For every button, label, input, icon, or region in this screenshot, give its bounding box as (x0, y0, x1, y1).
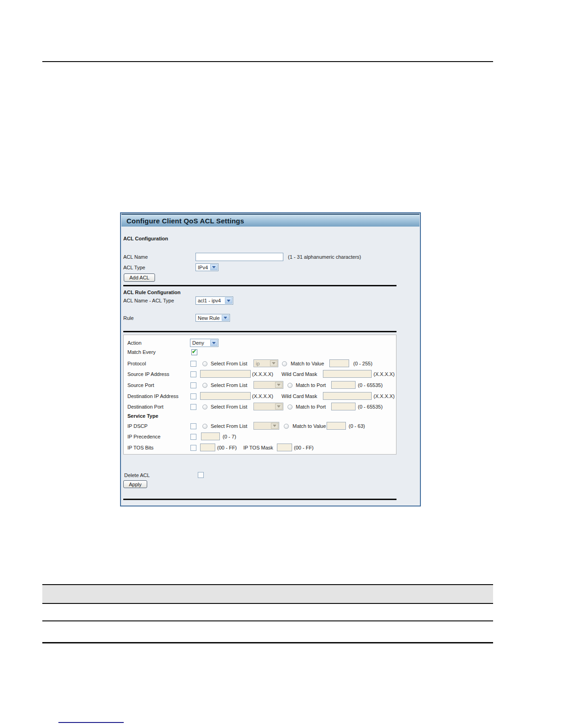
match-to-value-label: Match to Value (293, 423, 326, 429)
ip-dscp-list-radio[interactable] (202, 424, 207, 429)
dest-ip-label: Destination IP Address (127, 393, 178, 399)
section-divider (123, 331, 396, 332)
ip-tos-bits-input (200, 444, 215, 451)
acl-name-hint: (1 - 31 alphanumeric characters) (288, 254, 361, 260)
acl-name-type-select-value: acl1 - ipv4 (198, 298, 221, 303)
select-from-list-label: Select From List (211, 361, 247, 366)
acl-rule-configuration-heading: ACL Rule Configuration (123, 290, 180, 295)
match-every-checkbox[interactable] (191, 349, 197, 355)
chevron-down-icon (210, 340, 218, 346)
footer-link-rule (58, 722, 124, 723)
source-ip-input (200, 370, 251, 378)
select-from-list-label: Select From List (211, 423, 247, 429)
match-every-label: Match Every (127, 349, 155, 355)
page-header-rule (42, 61, 493, 62)
dest-ip-checkbox[interactable] (190, 393, 196, 399)
ip-precedence-label: IP Precedence (127, 434, 161, 439)
rule-label: Rule (123, 315, 134, 321)
table-rule-bottom (42, 642, 493, 643)
panel-title-bar: Configure Client QoS ACL Settings (121, 214, 419, 227)
dest-ip-input (200, 392, 251, 400)
dest-ip-format-hint: (X.X.X.X) (252, 393, 273, 399)
dest-port-checkbox[interactable] (190, 404, 196, 410)
rule-select-value: New Rule (198, 315, 220, 321)
chevron-down-icon (270, 360, 277, 366)
panel-title: Configure Client QoS ACL Settings (126, 217, 244, 225)
ip-dscp-range-hint: (0 - 63) (349, 423, 365, 429)
qos-acl-settings-panel: Configure Client QoS ACL Settings ACL Co… (120, 212, 421, 506)
chevron-down-icon (210, 264, 218, 270)
source-wildcard-format-hint: (X.X.X.X) (373, 371, 395, 377)
action-select[interactable]: Deny (190, 339, 218, 347)
add-acl-button[interactable]: Add ACL (124, 273, 155, 282)
ip-dscp-value-radio[interactable] (284, 424, 289, 429)
ip-dscp-label: IP DSCP (127, 423, 148, 429)
protocol-list-select: ip (253, 359, 278, 367)
acl-configuration-heading: ACL Configuration (123, 236, 168, 241)
dest-port-value-radio[interactable] (287, 404, 293, 410)
ip-tos-mask-input (277, 444, 292, 451)
ip-tos-mask-range-hint: (00 - FF) (294, 445, 314, 450)
select-from-list-label: Select From List (211, 404, 247, 410)
dest-wildcard-label: Wild Card Mask (282, 393, 317, 399)
source-port-value-radio[interactable] (287, 383, 293, 388)
ip-tos-mask-label: IP TOS Mask (243, 445, 273, 450)
dest-port-label: Destination Port (127, 404, 163, 410)
action-select-value: Deny (192, 340, 204, 346)
manual-page: Configure Client QoS ACL Settings ACL Co… (0, 0, 563, 728)
dest-wildcard-format-hint: (X.X.X.X) (373, 393, 395, 399)
dest-port-list-select (253, 403, 283, 410)
acl-name-type-label: ACL Name - ACL Type (123, 298, 174, 303)
protocol-list-radio[interactable] (202, 361, 207, 366)
source-ip-checkbox[interactable] (190, 371, 196, 377)
source-ip-format-hint: (X.X.X.X) (252, 371, 273, 377)
ip-precedence-input (201, 432, 220, 440)
acl-type-label: ACL Type (123, 265, 145, 270)
source-port-checkbox[interactable] (190, 382, 196, 388)
ip-tos-bits-label: IP TOS Bits (127, 445, 154, 450)
source-port-list-radio[interactable] (202, 383, 207, 388)
protocol-range-hint: (0 - 255) (353, 361, 373, 366)
match-to-value-label: Match to Value (291, 361, 324, 366)
section-divider (123, 285, 396, 286)
ip-precedence-checkbox[interactable] (190, 434, 196, 440)
ip-dscp-checkbox[interactable] (190, 423, 196, 429)
select-from-list-label: Select From List (211, 382, 247, 388)
acl-rule-box: Action Deny Match Every Protocol Select … (123, 335, 396, 455)
ip-dscp-list-select (253, 422, 279, 430)
dest-port-list-radio[interactable] (202, 404, 207, 410)
dest-port-value-input (331, 403, 356, 410)
ip-tos-bits-range-hint: (00 - FF) (217, 445, 237, 450)
source-port-value-input (331, 381, 356, 389)
source-wildcard-label: Wild Card Mask (282, 371, 317, 377)
protocol-list-select-value: ip (256, 361, 260, 366)
dest-port-range-hint: (0 - 65535) (358, 404, 383, 410)
chevron-down-icon (271, 423, 278, 429)
chevron-down-icon (222, 315, 229, 321)
acl-name-input[interactable] (195, 253, 283, 261)
acl-type-select[interactable]: IPv4 (195, 263, 218, 271)
source-port-range-hint: (0 - 65535) (358, 382, 383, 388)
acl-type-select-value: IPv4 (198, 265, 208, 270)
action-label: Action (127, 340, 142, 346)
ip-precedence-range-hint: (0 - 7) (223, 434, 236, 439)
table-rule-header-bottom (42, 603, 493, 604)
acl-name-type-select[interactable]: acl1 - ipv4 (195, 296, 233, 305)
protocol-checkbox[interactable] (190, 361, 196, 367)
table-header-row (42, 585, 493, 603)
ip-tos-bits-checkbox[interactable] (190, 445, 196, 451)
protocol-value-input (329, 359, 349, 367)
rule-select[interactable]: New Rule (195, 314, 230, 322)
match-to-port-label: Match to Port (296, 404, 326, 410)
apply-button[interactable]: Apply (123, 480, 147, 488)
chevron-down-icon (275, 404, 282, 410)
table-rule-row (42, 620, 493, 621)
source-port-list-select (253, 381, 283, 389)
delete-acl-label: Delete ACL (124, 472, 150, 478)
source-ip-label: Source IP Address (127, 371, 169, 377)
protocol-value-radio[interactable] (282, 361, 287, 366)
protocol-label: Protocol (127, 361, 146, 366)
delete-acl-checkbox[interactable] (198, 472, 204, 478)
ip-dscp-value-input (327, 422, 346, 430)
chevron-down-icon (275, 382, 282, 388)
